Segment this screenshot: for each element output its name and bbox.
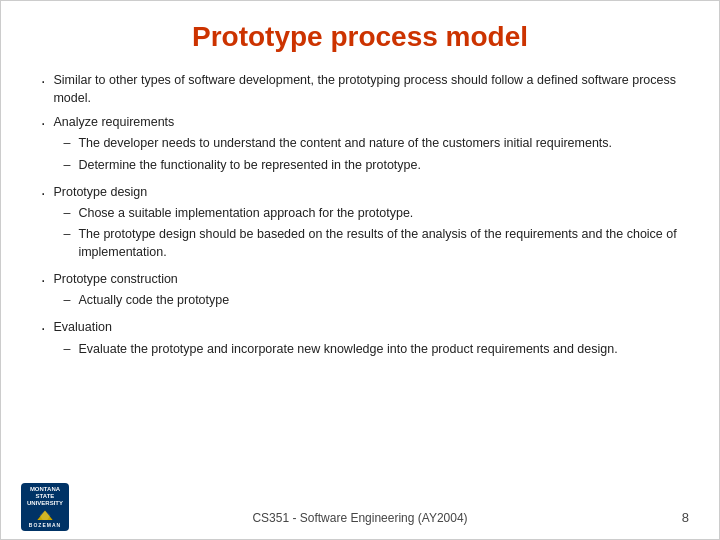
slide-content: · Similar to other types of software dev… bbox=[41, 71, 679, 361]
list-item: · Prototype design – Chose a suitable im… bbox=[41, 183, 679, 265]
dash-icon: – bbox=[63, 134, 70, 152]
list-item: · Evaluation – Evaluate the prototype an… bbox=[41, 318, 679, 360]
sub-item-text: The developer needs to understand the co… bbox=[78, 134, 612, 152]
sub-item-text: Evaluate the prototype and incorporate n… bbox=[78, 340, 617, 358]
page-number: 8 bbox=[682, 510, 689, 525]
dash-icon: – bbox=[63, 340, 70, 358]
dash-icon: – bbox=[63, 225, 70, 243]
list-item: · Similar to other types of software dev… bbox=[41, 71, 679, 107]
bullet-icon: · bbox=[41, 269, 45, 292]
item-text: Prototype design bbox=[53, 185, 147, 199]
dash-icon: – bbox=[63, 156, 70, 174]
list-item: · Prototype construction – Actually code… bbox=[41, 270, 679, 312]
dash-icon: – bbox=[63, 204, 70, 222]
sub-list-item: – Determine the functionality to be repr… bbox=[63, 156, 679, 174]
bullet-icon: · bbox=[41, 112, 45, 135]
main-list: · Similar to other types of software dev… bbox=[41, 71, 679, 361]
slide: Prototype process model · Similar to oth… bbox=[0, 0, 720, 540]
bullet-icon: · bbox=[41, 70, 45, 93]
logo-top-text: MONTANASTATEUNIVERSITY bbox=[27, 486, 63, 508]
sub-list-item: – Evaluate the prototype and incorporate… bbox=[63, 340, 679, 358]
slide-title: Prototype process model bbox=[41, 21, 679, 53]
item-content: Analyze requirements – The developer nee… bbox=[53, 113, 679, 176]
sub-list-item: – Chose a suitable implementation approa… bbox=[63, 204, 679, 222]
sub-item-text: Actually code the prototype bbox=[78, 291, 229, 309]
bullet-icon: · bbox=[41, 317, 45, 340]
sub-list: – Evaluate the prototype and incorporate… bbox=[63, 340, 679, 358]
item-text: Similar to other types of software devel… bbox=[53, 73, 676, 105]
item-content: Similar to other types of software devel… bbox=[53, 71, 679, 107]
item-content: Evaluation – Evaluate the prototype and … bbox=[53, 318, 679, 360]
item-text: Evaluation bbox=[53, 320, 111, 334]
sub-list: – Actually code the prototype bbox=[63, 291, 679, 309]
item-text: Prototype construction bbox=[53, 272, 177, 286]
sub-list: – The developer needs to understand the … bbox=[63, 134, 679, 173]
sub-item-text: The prototype design should be baseded o… bbox=[78, 225, 679, 261]
footer-text: CS351 - Software Engineering (AY2004) bbox=[252, 511, 467, 525]
sub-list: – Chose a suitable implementation approa… bbox=[63, 204, 679, 261]
item-content: Prototype design – Chose a suitable impl… bbox=[53, 183, 679, 265]
sub-list-item: – The developer needs to understand the … bbox=[63, 134, 679, 152]
sub-item-text: Determine the functionality to be repres… bbox=[78, 156, 421, 174]
dash-icon: – bbox=[63, 291, 70, 309]
bullet-icon: · bbox=[41, 182, 45, 205]
sub-list-item: – Actually code the prototype bbox=[63, 291, 679, 309]
item-content: Prototype construction – Actually code t… bbox=[53, 270, 679, 312]
sub-item-text: Chose a suitable implementation approach… bbox=[78, 204, 413, 222]
slide-footer: CS351 - Software Engineering (AY2004) bbox=[1, 511, 719, 525]
sub-list-item: – The prototype design should be baseded… bbox=[63, 225, 679, 261]
list-item: · Analyze requirements – The developer n… bbox=[41, 113, 679, 176]
item-text: Analyze requirements bbox=[53, 115, 174, 129]
